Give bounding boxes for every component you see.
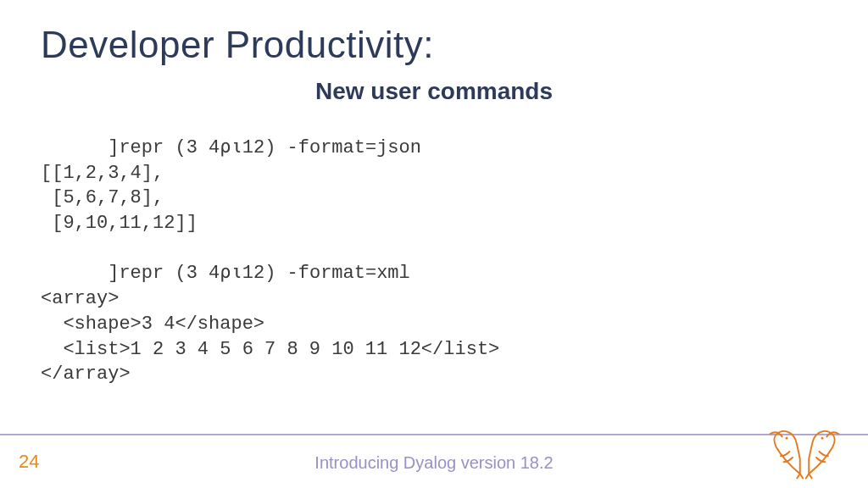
code-block: ]repr (3 4⍴⍳12) -format=json [[1,2,3,4],… (41, 136, 499, 387)
slide-subtitle: New user commands (0, 78, 868, 105)
footer-divider (0, 434, 868, 435)
svg-point-1 (821, 437, 824, 440)
slide-title: Developer Productivity: (41, 24, 434, 66)
dyalog-logo-icon (758, 422, 851, 481)
footer-caption: Introducing Dyalog version 18.2 (0, 453, 868, 473)
slide: Developer Productivity: New user command… (0, 0, 868, 488)
svg-point-0 (786, 437, 788, 440)
